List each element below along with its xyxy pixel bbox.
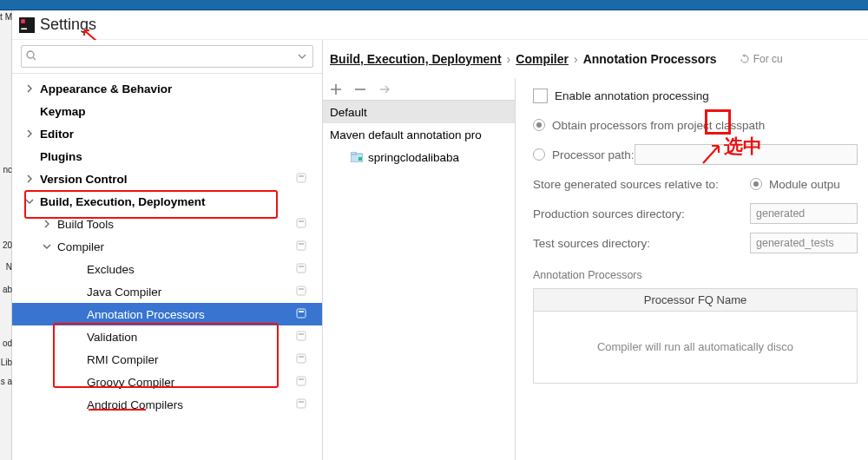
- dialog-titlebar: Settings: [0, 10, 868, 40]
- tree-arrow-icon[interactable]: [42, 219, 52, 229]
- store-module-output-radio[interactable]: [750, 178, 762, 190]
- nav-item-android-compilers[interactable]: Android Compilers: [12, 393, 322, 416]
- nav-item-version-control[interactable]: Version Control: [12, 168, 322, 190]
- nav-item-validation[interactable]: Validation: [12, 325, 322, 348]
- tree-arrow-icon[interactable]: [42, 241, 52, 252]
- module-icon: [351, 152, 363, 162]
- processors-table-empty: Compiler will run all automatically disc…: [534, 312, 857, 381]
- svg-rect-2: [21, 28, 27, 30]
- profile-item[interactable]: springclodalibaba: [323, 146, 515, 168]
- profile-item-label: springclodalibaba: [368, 151, 459, 164]
- enable-annotation-processing-checkbox[interactable]: [533, 89, 548, 103]
- tree-arrow-icon[interactable]: [24, 83, 35, 94]
- settings-tree[interactable]: Appearance & BehaviorKeymapEditorPlugins…: [12, 74, 322, 460]
- breadcrumb-part[interactable]: Compiler: [516, 52, 569, 66]
- nav-item-annotation-processors[interactable]: Annotation Processors: [12, 303, 322, 325]
- test-dir-label: Test sources directory:: [533, 237, 750, 250]
- svg-rect-16: [299, 311, 304, 312]
- nav-item-excludes[interactable]: Excludes: [12, 258, 322, 280]
- nav-item-rmi-compiler[interactable]: RMI Compiler: [12, 348, 322, 371]
- gutter-text: N: [0, 262, 12, 272]
- search-icon: [26, 50, 36, 61]
- move-right-icon[interactable]: [378, 83, 391, 95]
- nav-item-label: Validation: [87, 331, 137, 344]
- annotation-text-cn: 选中: [724, 134, 762, 160]
- svg-rect-15: [297, 309, 306, 318]
- project-scope-icon: [296, 331, 306, 341]
- svg-rect-22: [299, 378, 304, 380]
- svg-rect-14: [299, 288, 304, 290]
- breadcrumb: Build, Execution, Deployment › Compiler …: [323, 40, 868, 78]
- svg-line-4: [33, 57, 36, 60]
- breadcrumb-part[interactable]: Build, Execution, Deployment: [330, 52, 502, 66]
- restore-defaults-link[interactable]: For cu: [740, 53, 783, 65]
- nav-item-label: Java Compiler: [87, 286, 161, 299]
- processors-table[interactable]: Processor FQ Name Compiler will run all …: [533, 288, 858, 384]
- prod-dir-input[interactable]: generated: [750, 203, 858, 224]
- nav-item-java-compiler[interactable]: Java Compiler: [12, 280, 322, 303]
- svg-rect-9: [297, 241, 306, 250]
- project-scope-icon: [296, 308, 306, 319]
- svg-rect-20: [299, 356, 304, 358]
- svg-rect-1: [21, 19, 25, 23]
- breadcrumb-leaf: Annotation Processors: [583, 52, 717, 66]
- add-icon[interactable]: [330, 83, 342, 95]
- tree-arrow-icon[interactable]: [24, 128, 35, 139]
- remove-icon[interactable]: [354, 83, 366, 95]
- svg-rect-21: [297, 377, 306, 385]
- svg-rect-7: [297, 219, 306, 227]
- project-scope-icon: [296, 240, 306, 251]
- nav-item-build-execution-deployment[interactable]: Build, Execution, Deployment: [12, 190, 322, 213]
- nav-item-appearance-behavior[interactable]: Appearance & Behavior: [12, 77, 322, 100]
- project-scope-icon: [296, 173, 306, 183]
- tree-arrow-icon[interactable]: [24, 196, 35, 207]
- annotation-processors-panel: Enable annotation processing Obtain proc…: [516, 78, 868, 460]
- profile-item[interactable]: Default: [323, 101, 515, 123]
- processor-path-radio[interactable]: [533, 148, 545, 161]
- svg-rect-23: [297, 399, 306, 408]
- svg-rect-24: [299, 401, 304, 403]
- obtain-from-classpath-radio[interactable]: [533, 119, 545, 131]
- nav-item-label: Excludes: [87, 263, 135, 276]
- settings-search-input[interactable]: [21, 45, 313, 68]
- gutter-text: ab: [0, 285, 12, 294]
- nav-item-editor[interactable]: Editor: [12, 122, 322, 145]
- nav-item-label: Version Control: [40, 173, 128, 186]
- chevron-down-icon[interactable]: [298, 52, 306, 61]
- project-scope-icon: [296, 398, 306, 409]
- nav-item-label: Plugins: [40, 150, 82, 163]
- svg-rect-17: [297, 332, 306, 340]
- nav-item-compiler[interactable]: Compiler: [12, 235, 322, 258]
- profile-item[interactable]: Maven default annotation pro: [323, 123, 515, 146]
- nav-item-groovy-compiler[interactable]: Groovy Compiler: [12, 371, 322, 393]
- reset-icon: [740, 54, 750, 64]
- settings-nav: Appearance & BehaviorKeymapEditorPlugins…: [12, 40, 323, 460]
- annotation-arrow-icon: [700, 141, 726, 167]
- gutter-text: 20: [0, 240, 12, 250]
- nav-item-label: Editor: [40, 128, 74, 141]
- svg-rect-18: [299, 333, 304, 335]
- nav-item-plugins[interactable]: Plugins: [12, 145, 322, 168]
- chevron-right-icon: ›: [574, 52, 578, 66]
- svg-rect-19: [297, 354, 306, 363]
- nav-item-label: Appearance & Behavior: [40, 82, 172, 95]
- nav-item-keymap[interactable]: Keymap: [12, 100, 322, 122]
- svg-rect-26: [351, 152, 356, 154]
- nav-item-build-tools[interactable]: Build Tools: [12, 213, 322, 235]
- svg-rect-12: [299, 266, 304, 267]
- obtain-label: Obtain processors from project classpath: [552, 119, 765, 132]
- project-scope-icon: [296, 218, 306, 228]
- profile-list-panel: DefaultMaven default annotation prosprin…: [323, 78, 516, 460]
- svg-point-3: [27, 51, 34, 58]
- restore-label: For cu: [753, 53, 783, 65]
- intellij-icon: [19, 17, 35, 33]
- store-value-label: Module outpu: [769, 178, 840, 191]
- nav-item-label: Keymap: [40, 105, 86, 118]
- tree-arrow-icon[interactable]: [24, 174, 35, 184]
- test-dir-input[interactable]: generated_tests: [750, 233, 858, 253]
- svg-rect-5: [297, 174, 306, 182]
- annotation-strike-line: [89, 409, 146, 411]
- project-scope-icon: [296, 263, 306, 273]
- svg-rect-10: [299, 243, 304, 245]
- ap-section-title: Annotation Processors: [533, 269, 858, 281]
